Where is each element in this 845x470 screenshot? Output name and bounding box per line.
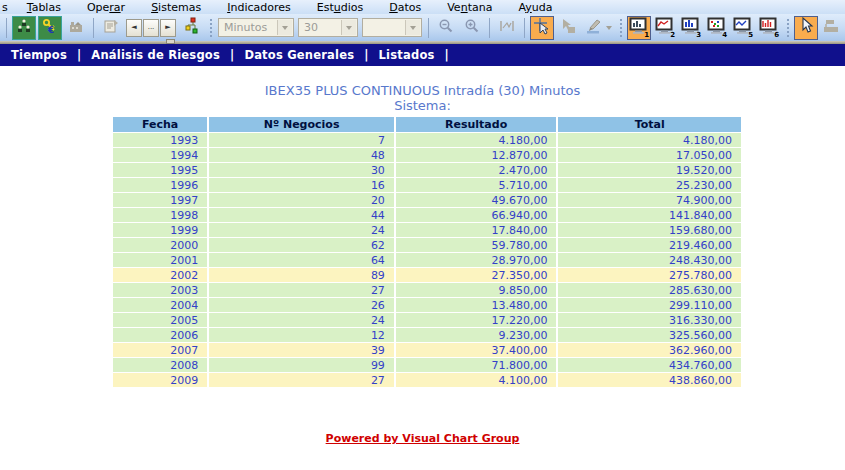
chevron-down-icon [405, 20, 420, 35]
cell-total: 74.900,00 [558, 193, 741, 207]
chart-type-6-button[interactable]: 6 [757, 16, 781, 40]
report-tab-bar: Tiempos|Análisis de Riesgos|Datos Genera… [0, 44, 845, 66]
market-depth-button[interactable] [64, 16, 88, 40]
menu-item-indicadores[interactable]: Indicadores [214, 1, 304, 14]
pin-object-button[interactable] [820, 16, 844, 40]
cell-fecha: 1998 [113, 208, 207, 222]
cell-total: 316.330,00 [558, 313, 741, 327]
cell-total: 275.780,00 [558, 268, 741, 282]
nav-prev-button[interactable]: ◄ [126, 19, 142, 37]
cell-fecha: 2001 [113, 253, 207, 267]
chart-type-buttons: 123456 [626, 16, 782, 40]
tab-tiempos[interactable]: Tiempos [8, 48, 70, 62]
cell-total: 19.520,00 [558, 163, 741, 177]
cell-negocios: 26 [209, 298, 394, 312]
menu-item-tablas[interactable]: Tablas [14, 1, 74, 14]
tab-separator: | [77, 48, 81, 62]
cell-resultado: 2.470,00 [396, 163, 557, 177]
cell-negocios: 16 [209, 178, 394, 192]
table-row: 20028927.350,00275.780,00 [113, 268, 741, 282]
cell-total: 17.050,00 [558, 148, 741, 162]
cell-resultado: 59.780,00 [396, 238, 557, 252]
menu-item-ayuda[interactable]: Ayuda [505, 1, 565, 14]
chart-type-3-button[interactable]: 3 [679, 16, 703, 40]
cell-negocios: 89 [209, 268, 394, 282]
table-header-row: FechaNº NegociosResultadoTotal [113, 117, 741, 132]
cell-negocios: 64 [209, 253, 394, 267]
chart-type-number: 3 [696, 31, 701, 39]
tab-listados[interactable]: Listados [376, 48, 438, 62]
chart-type-5-button[interactable]: 5 [731, 16, 755, 40]
nav-next-button[interactable]: ► [160, 19, 176, 37]
powered-by-link[interactable]: Powered by Visual Chart Group [326, 432, 520, 445]
menu-item-sistemas[interactable]: Sistemas [138, 1, 214, 14]
select-arrow-button[interactable] [794, 16, 818, 40]
cell-resultado: 9.850,00 [396, 283, 557, 297]
table-row: 20089971.800,00434.760,00 [113, 358, 741, 372]
cell-resultado: 17.840,00 [396, 223, 557, 237]
compress-scale-icon [499, 18, 515, 37]
toolbar-grip [209, 19, 212, 37]
chart-type-4-button[interactable]: 4 [705, 16, 729, 40]
table-row: 20016428.970,00248.430,00 [113, 253, 741, 267]
column-header: Fecha [113, 117, 207, 132]
dropdown-value: Minutos [224, 21, 267, 34]
cell-negocios: 7 [209, 133, 394, 147]
cell-resultado: 4.100,00 [396, 373, 557, 387]
menu-item-ventana[interactable]: Ventana [434, 1, 505, 14]
properties-button[interactable] [99, 16, 123, 40]
menu-item-operar[interactable]: Operar [74, 1, 138, 14]
cell-fecha: 2008 [113, 358, 207, 372]
zoom-out-button[interactable] [434, 16, 458, 40]
cell-resultado: 71.800,00 [396, 358, 557, 372]
cell-negocios: 30 [209, 163, 394, 177]
table-row: 20073937.400,00362.960,00 [113, 343, 741, 357]
cell-total: 219.460,00 [558, 238, 741, 252]
table-row: 19972049.670,0074.900,00 [113, 193, 741, 207]
nav-more-button[interactable]: ... [143, 19, 159, 37]
signals-tree-icon [185, 17, 200, 38]
draw-pen-button[interactable] [582, 16, 614, 40]
toolbar-separator [524, 18, 525, 38]
cell-resultado: 17.220,00 [396, 313, 557, 327]
chart-type-number: 6 [774, 31, 779, 39]
toolbar-grip [786, 19, 789, 37]
tab-datos-generales[interactable]: Datos Generales [241, 48, 357, 62]
cell-negocios: 24 [209, 313, 394, 327]
report-table-body: 199374.180,004.180,0019944812.870,0017.0… [113, 133, 741, 387]
broker-key-button[interactable]: € [38, 16, 62, 40]
menu-item-estudios[interactable]: Estudios [304, 1, 376, 14]
cell-fecha: 2005 [113, 313, 207, 327]
page-title: IBEX35 PLUS CONTINUOUS Intradía (30) Min… [0, 83, 845, 98]
menu-item-datos[interactable]: Datos [376, 1, 434, 14]
compression-units-dropdown[interactable]: Minutos [218, 18, 294, 37]
compress-scale-button[interactable] [495, 16, 519, 40]
cell-resultado: 28.970,00 [396, 253, 557, 267]
pointer-select-button[interactable] [556, 16, 580, 40]
cell-fecha: 1994 [113, 148, 207, 162]
chart-type-number: 4 [722, 31, 727, 39]
cell-negocios: 12 [209, 328, 394, 342]
footer: Powered by Visual Chart Group [0, 427, 845, 446]
toolbar-separator [428, 18, 429, 38]
chart-type-2-button[interactable]: 2 [653, 16, 677, 40]
arrow-cursor-icon [798, 17, 814, 38]
strategy-signals-button[interactable] [180, 16, 204, 40]
extra-dropdown[interactable] [362, 18, 422, 37]
trading-accounts-button[interactable] [12, 16, 36, 40]
table-row: 20042613.480,00299.110,00 [113, 298, 741, 312]
zoom-in-button[interactable] [460, 16, 484, 40]
chart-type-number: 5 [748, 31, 753, 39]
cell-resultado: 13.480,00 [396, 298, 557, 312]
crosshair-tool-button[interactable] [530, 16, 554, 40]
compression-count-dropdown[interactable]: 30 [298, 18, 358, 37]
cell-negocios: 24 [209, 223, 394, 237]
page-subtitle: Sistema: [0, 98, 845, 113]
menu-item-cut[interactable]: s [0, 1, 14, 14]
cell-total: 438.860,00 [558, 373, 741, 387]
tab-análisis-de-riesgos[interactable]: Análisis de Riesgos [88, 48, 223, 62]
chevron-down-icon [606, 26, 612, 30]
chart-type-1-button[interactable]: 1 [627, 16, 651, 40]
toolbar: € ◄ ... ► [0, 14, 845, 41]
tab-separator: | [230, 48, 234, 62]
